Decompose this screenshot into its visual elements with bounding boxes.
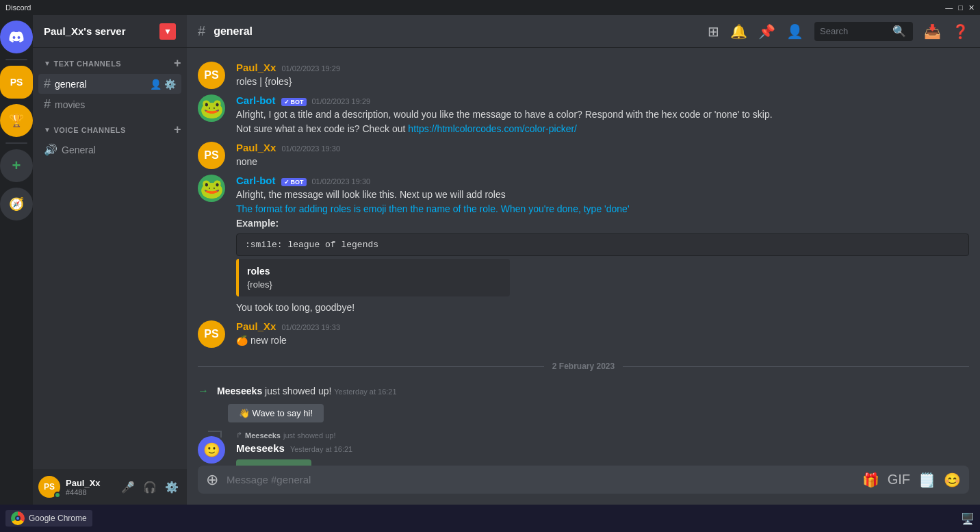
server-header[interactable]: Paul_Xx's server ▼	[33, 15, 187, 48]
text-channels-section[interactable]: ▼ TEXT CHANNELS +	[33, 53, 187, 73]
server-icon-discord[interactable]	[0, 21, 33, 53]
checkmark-icon-2: ✓	[284, 179, 289, 186]
avatar-meeseeks: 🙂	[198, 436, 225, 464]
app-body: PS 🏆 + 🧭 Paul_Xx's server ▼ ▼ TEXT CHANN…	[0, 15, 980, 505]
message-header-4: Carl-bot ✓ BOT 01/02/2023 19:30	[236, 175, 969, 186]
avatar-carl-1: 🐸	[198, 94, 225, 122]
message-group-5: PS Paul_Xx 01/02/2023 19:33 🍊 new role	[187, 318, 980, 351]
taskbar: Google Chrome 🖥️	[0, 505, 980, 532]
text-channels-label: TEXT CHANNELS	[53, 60, 121, 68]
user-panel-icons: 🎤 🎧 ⚙️	[118, 477, 181, 496]
add-text-channel-button[interactable]: +	[174, 56, 181, 71]
voice-channel-name: General	[62, 144, 96, 155]
channel-list: ▼ TEXT CHANNELS + # general 👤 ⚙️ # movie…	[33, 48, 187, 469]
channel-item-general[interactable]: # general 👤 ⚙️	[38, 74, 181, 94]
taskbar-items: Google Chrome	[5, 510, 92, 527]
minimize-button[interactable]: —	[945, 3, 953, 12]
channel-member-icon[interactable]: 👤	[150, 79, 162, 90]
svg-rect-0	[236, 459, 311, 466]
bot-badge-1: ✓ BOT	[281, 98, 307, 106]
gift-icon[interactable]: 🎁	[862, 472, 879, 488]
pin-icon[interactable]: 📌	[758, 23, 775, 40]
server-icon-add[interactable]: +	[0, 149, 33, 182]
taskbar-item-chrome[interactable]: Google Chrome	[5, 510, 92, 527]
join-message-text: Meeseeks just showed up! Yesterday at 16…	[217, 385, 397, 396]
message-time-2: 01/02/2023 19:29	[312, 97, 371, 105]
thread-icon[interactable]: ⊞	[708, 23, 719, 40]
avatar-paul-3: PS	[198, 320, 225, 348]
message-time-1: 01/02/2023 19:29	[281, 64, 340, 73]
join-username-1: Meeseeks	[217, 385, 262, 396]
channel-name-movies: movies	[55, 99, 176, 110]
voice-icon: 🔊	[44, 143, 57, 156]
server-dropdown-button[interactable]: ▼	[159, 23, 176, 40]
mute-button[interactable]: 🎤	[118, 477, 138, 496]
search-bar[interactable]: 🔍	[814, 22, 913, 41]
avatar-paul-2: PS	[198, 142, 225, 169]
message-time-4: 01/02/2023 19:30	[312, 177, 371, 186]
voice-channels-arrow: ▼	[44, 126, 51, 134]
message-group-3: PS Paul_Xx 01/02/2023 19:30 none	[187, 139, 980, 172]
maximize-button[interactable]: □	[958, 3, 963, 12]
avatar-paul-1: PS	[198, 62, 225, 89]
emoji-icon[interactable]: 😊	[944, 472, 961, 488]
message-content-4: Carl-bot ✓ BOT 01/02/2023 19:30 Alright,…	[236, 175, 969, 315]
voice-channels-section[interactable]: ▼ VOICE CHANNELS +	[33, 120, 187, 140]
server-name: Paul_Xx's server	[44, 25, 126, 37]
wave-button[interactable]: 👋 Wave to say hi!	[228, 404, 324, 422]
reply-author: Meeseeks	[245, 431, 281, 440]
close-button[interactable]: ✕	[968, 3, 975, 12]
message-text-5: 🍊 new role	[236, 333, 969, 348]
deafen-button[interactable]: 🎧	[140, 477, 159, 496]
server-list: PS 🏆 + 🧭	[0, 15, 33, 505]
server-icon-explore[interactable]: 🧭	[0, 188, 33, 220]
example-label: Example:	[236, 218, 279, 229]
avatar-carl-2: 🐸	[198, 175, 225, 202]
channel-item-movies[interactable]: # movies	[38, 94, 181, 114]
member-list-icon[interactable]: 👤	[786, 23, 803, 40]
color-picker-link[interactable]: https://htmlcolorcodes.com/color-picker/	[408, 123, 577, 134]
message-input-area: ⊕ 🎁 GIF 🗒️ 😊	[187, 466, 980, 505]
channel-sidebar: Paul_Xx's server ▼ ▼ TEXT CHANNELS + # g…	[33, 15, 187, 505]
server-icon-bot[interactable]: 🏆	[0, 104, 33, 137]
help-icon[interactable]: ❓	[952, 23, 969, 40]
settings-button[interactable]: ⚙️	[162, 477, 181, 496]
server-divider	[5, 59, 27, 60]
status-indicator	[54, 492, 61, 498]
server-icon-ps[interactable]: PS	[0, 66, 33, 99]
embed-title: roles	[247, 266, 502, 277]
date-divider: 2 February 2023	[187, 351, 980, 382]
message-input-icons: 🎁 GIF 🗒️ 😊	[862, 472, 961, 488]
taskbar-monitor-icon[interactable]: 🖥️	[961, 512, 975, 525]
titlebar: Discord — □ ✕	[0, 0, 980, 15]
channel-settings-icon[interactable]: ⚙️	[164, 79, 176, 90]
chrome-icon	[11, 511, 25, 525]
message-author-meeseeks: Meeseeks	[236, 442, 285, 454]
gif-icon[interactable]: GIF	[888, 472, 910, 487]
search-input[interactable]	[820, 26, 888, 36]
window-controls[interactable]: — □ ✕	[945, 3, 975, 12]
wave-button-container: 👋 Wave to say hi!	[187, 404, 980, 422]
meeseeks-timestamp: Yesterday at 16:21	[290, 445, 352, 453]
bot-badge-2: ✓ BOT	[281, 178, 307, 186]
divider-line-right	[623, 366, 969, 367]
user-panel: PS Paul_Xx #4488 🎤 🎧 ⚙️	[33, 469, 187, 505]
app-title: Discord	[5, 3, 31, 12]
inbox-icon[interactable]: 📥	[924, 23, 941, 40]
message-text-3: none	[236, 155, 969, 169]
add-voice-channel-button[interactable]: +	[174, 123, 181, 137]
meeseeks-image	[236, 459, 969, 466]
sticker-icon[interactable]: 🗒️	[918, 472, 936, 488]
message-content-5: Paul_Xx 01/02/2023 19:33 🍊 new role	[236, 320, 969, 348]
message-group-meeseeks: 🙂 ↱ Meeseeks just showed up! Meeseeks Ye…	[187, 428, 980, 466]
meeseeks-avatar-area: 🙂	[198, 431, 225, 466]
join-arrow-icon: →	[198, 385, 209, 397]
notification-icon[interactable]: 🔔	[730, 23, 747, 40]
message-input[interactable]	[227, 466, 854, 494]
code-block: :smile: league of legends	[236, 233, 969, 256]
messages-container: PS Paul_Xx 01/02/2023 19:29 roles | {rol…	[187, 48, 980, 466]
message-add-button[interactable]: ⊕	[206, 471, 218, 489]
voice-channel-general[interactable]: 🔊 General	[38, 140, 181, 159]
message-author-paul-1: Paul_Xx	[236, 62, 276, 73]
username-display: Paul_Xx	[66, 478, 113, 488]
